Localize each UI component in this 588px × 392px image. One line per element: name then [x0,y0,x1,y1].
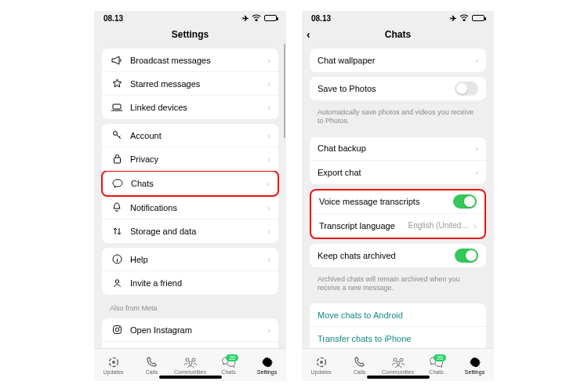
row-label: Move chats to Android [318,310,478,320]
svg-point-10 [112,361,115,364]
bell-icon [110,202,124,212]
tab-settings[interactable]: Settings [248,356,286,375]
row-help[interactable]: Help › [102,248,278,271]
tab-calls[interactable]: Calls [132,356,171,375]
row-voice-transcripts[interactable]: Voice message transcripts [311,191,485,214]
person-icon [110,278,124,289]
tab-label: Settings [257,369,277,375]
row-label: Starred messages [130,79,263,89]
row-export[interactable]: Export chat › [310,161,486,184]
row-notifications[interactable]: Notifications › [102,196,278,220]
tab-communities[interactable]: Communities [171,356,209,375]
row-account[interactable]: Account › [102,124,278,147]
badge: 20 [434,354,446,361]
svg-point-11 [186,358,189,361]
chat-icon [111,179,125,188]
tab-chats[interactable]: 20 Chats [209,356,248,375]
chevron-right-icon: › [267,255,270,264]
row-chats[interactable]: Chats › [103,172,278,195]
row-facebook[interactable]: Open Facebook › [102,342,278,348]
row-label: Help [130,255,263,264]
row-linked[interactable]: Linked devices › [102,96,278,119]
tab-chats[interactable]: 20 Chats [417,356,456,375]
tab-label: Updates [310,369,331,375]
svg-point-7 [118,327,119,328]
tab-label: Calls [354,369,366,375]
row-broadcast[interactable]: Broadcast messages › [102,49,278,72]
helper-text: Archived chats will remain archived when… [307,272,489,299]
row-label: Voice message transcripts [319,197,453,206]
instagram-icon [110,325,124,335]
row-wallpaper[interactable]: Chat wallpaper › [310,49,486,72]
tab-updates[interactable]: Updates [94,356,132,375]
chevron-right-icon: › [475,56,478,65]
row-label: Chat backup [318,143,470,153]
updates-icon [107,356,121,369]
row-transfer-iphone[interactable]: Transfer chats to iPhone [310,327,486,348]
home-indicator[interactable] [367,376,430,379]
row-transcript-lang[interactable]: Transcript language English (United…› [311,214,485,238]
chevron-right-icon: › [267,154,270,164]
tab-settings[interactable]: Settings [456,356,494,375]
chevron-right-icon: › [267,131,270,140]
chats-group: Save to Photos [310,77,486,100]
row-label: Invite a friend [130,278,270,288]
row-privacy[interactable]: Privacy › [102,147,278,171]
toggle[interactable] [455,82,478,96]
battery-icon [472,15,485,21]
screen-chats: 08.13 ✈ ‹ Chats Chat wallpaper › Save to… [302,11,494,381]
tab-communities[interactable]: Communities [379,356,417,375]
row-label: Broadcast messages [130,56,263,65]
header-settings: Settings [94,25,286,44]
svg-point-4 [115,279,118,282]
tab-calls[interactable]: Calls [340,356,379,375]
battery-icon [264,15,277,21]
section-header: Also from Meta [99,299,281,314]
calls-icon [145,356,159,369]
back-button[interactable]: ‹ [307,28,310,41]
chevron-right-icon: › [267,179,270,188]
chevron-right-icon: › [267,103,270,112]
chats-list[interactable]: Chat wallpaper › Save to Photos Automati… [302,44,494,348]
svg-point-1 [113,132,117,136]
settings-group: Account › Privacy › Chats › Notification… [102,124,278,243]
row-label: Notifications [130,203,263,212]
row-label: Save to Photos [318,84,455,93]
toggle[interactable] [453,194,477,209]
page-title: Chats [385,29,411,40]
row-save-photos[interactable]: Save to Photos [310,77,486,100]
row-instagram[interactable]: Open Instagram › [102,318,278,342]
megaphone-icon [110,56,124,65]
status-icons: ✈ [242,14,277,23]
row-backup[interactable]: Chat backup › [310,137,486,161]
tab-updates[interactable]: Updates [302,356,340,375]
svg-point-18 [400,358,403,361]
row-move-android[interactable]: Move chats to Android [310,303,486,327]
row-keep-archived[interactable]: Keep chats archived [310,244,486,267]
settings-list[interactable]: Broadcast messages › Starred messages › … [94,44,286,348]
svg-rect-0 [113,104,121,109]
wifi-icon [459,14,469,23]
tab-label: Updates [103,369,123,375]
settings-group: Open Instagram › Open Facebook › [102,318,278,348]
chevron-right-icon: › [474,221,477,230]
scrollbar[interactable] [284,44,285,138]
row-invite[interactable]: Invite a friend [102,271,278,295]
airplane-icon: ✈ [242,14,249,23]
home-indicator[interactable] [159,376,222,379]
row-starred[interactable]: Starred messages › [102,72,278,96]
toggle[interactable] [455,249,478,263]
settings-group: Broadcast messages › Starred messages › … [102,49,278,119]
tab-label: Communities [174,369,206,375]
chats-group: Chat backup › Export chat › [310,137,486,184]
chats-group: Keep chats archived [310,244,486,267]
row-label: Chat wallpaper [318,56,470,65]
chats-group: Voice message transcripts Transcript lan… [310,189,486,239]
svg-point-6 [115,328,119,332]
chevron-right-icon: › [475,143,478,153]
svg-point-13 [189,361,192,365]
settings-group: Help › Invite a friend [102,248,278,295]
airplane-icon: ✈ [450,14,456,23]
row-storage[interactable]: Storage and data › [102,220,278,243]
row-label: Chats [131,179,262,188]
